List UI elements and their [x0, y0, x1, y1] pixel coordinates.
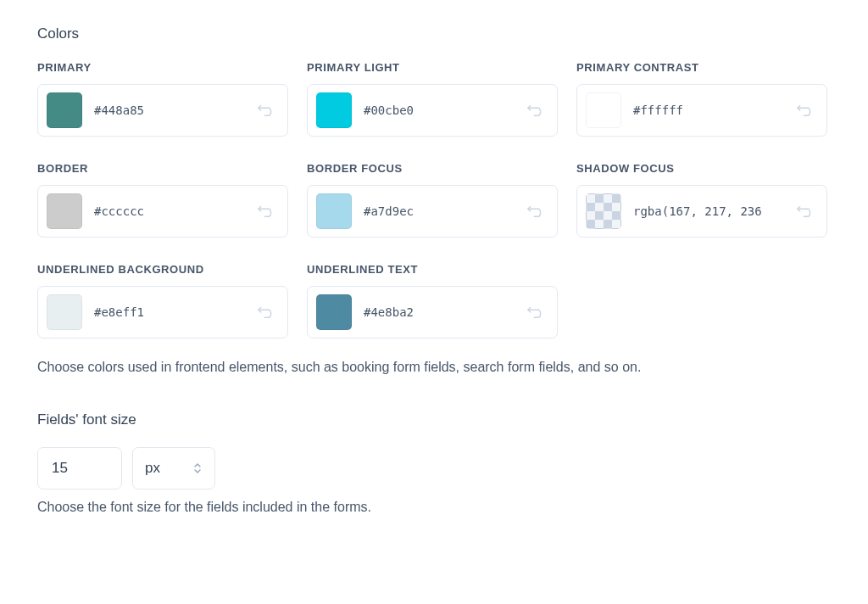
font-size-help-text: Choose the font size for the fields incl… [37, 500, 831, 515]
color-field[interactable]: #00cbe0 [307, 84, 558, 137]
color-value: #ffffff [633, 103, 794, 117]
color-label: PRIMARY LIGHT [307, 61, 558, 74]
reset-button[interactable] [794, 199, 818, 223]
undo-icon [527, 304, 546, 322]
font-size-input[interactable] [37, 447, 122, 489]
color-swatch[interactable] [47, 193, 82, 229]
color-item: PRIMARY#448a85 [37, 61, 288, 137]
color-label: BORDER FOCUS [307, 162, 558, 175]
colors-help-text: Choose colors used in frontend elements,… [37, 357, 831, 378]
color-field[interactable]: #4e8ba2 [307, 286, 558, 338]
color-field[interactable]: #e8eff1 [37, 286, 288, 338]
font-size-title: Fields' font size [37, 411, 831, 428]
color-swatch[interactable] [316, 294, 352, 330]
reset-button[interactable] [255, 98, 279, 122]
color-value: #e8eff1 [94, 305, 255, 319]
reset-button[interactable] [525, 199, 548, 223]
color-swatch[interactable] [586, 193, 621, 229]
font-size-unit-select[interactable]: px [132, 447, 215, 489]
color-label: UNDERLINED BACKGROUND [37, 263, 288, 276]
color-swatch[interactable] [47, 92, 82, 128]
color-swatch[interactable] [316, 193, 352, 229]
undo-icon [797, 203, 815, 221]
font-size-row: px [37, 447, 831, 489]
undo-icon [527, 102, 546, 120]
undo-icon [527, 203, 546, 221]
color-field[interactable]: #ffffff [576, 84, 827, 137]
color-item: PRIMARY CONTRAST#ffffff [576, 61, 827, 137]
reset-button[interactable] [255, 199, 279, 223]
color-field[interactable]: #448a85 [37, 84, 288, 137]
reset-button[interactable] [794, 98, 818, 122]
undo-icon [258, 102, 276, 120]
color-value: #4e8ba2 [364, 305, 525, 319]
color-item: PRIMARY LIGHT#00cbe0 [307, 61, 558, 137]
font-size-section: Fields' font size px Choose the font siz… [37, 411, 831, 515]
color-value: #cccccc [94, 204, 255, 218]
undo-icon [797, 102, 815, 120]
color-label: PRIMARY [37, 61, 288, 74]
undo-icon [258, 304, 276, 322]
color-label: BORDER [37, 162, 288, 175]
reset-button[interactable] [525, 98, 548, 122]
color-field[interactable]: rgba(167, 217, 236 [576, 185, 827, 238]
font-size-unit-label: px [145, 460, 160, 477]
reset-button[interactable] [255, 300, 279, 324]
colors-section: Colors PRIMARY#448a85PRIMARY LIGHT#00cbe… [37, 25, 831, 378]
color-value: #00cbe0 [364, 103, 525, 117]
color-item: SHADOW FOCUSrgba(167, 217, 236 [576, 162, 827, 238]
color-item: BORDER FOCUS#a7d9ec [307, 162, 558, 238]
color-field[interactable]: #a7d9ec [307, 185, 558, 238]
color-item: BORDER#cccccc [37, 162, 288, 238]
undo-icon [258, 203, 276, 221]
color-item: UNDERLINED BACKGROUND#e8eff1 [37, 263, 288, 338]
color-value: #448a85 [94, 103, 255, 117]
reset-button[interactable] [525, 300, 548, 324]
colors-grid: PRIMARY#448a85PRIMARY LIGHT#00cbe0PRIMAR… [37, 61, 831, 338]
color-label: SHADOW FOCUS [576, 162, 827, 175]
color-label: UNDERLINED TEXT [307, 263, 558, 276]
color-field[interactable]: #cccccc [37, 185, 288, 238]
color-swatch[interactable] [47, 294, 82, 330]
chevron-up-down-icon [192, 461, 203, 475]
color-item: UNDERLINED TEXT#4e8ba2 [307, 263, 558, 338]
color-label: PRIMARY CONTRAST [576, 61, 827, 74]
color-value: rgba(167, 217, 236 [633, 204, 794, 218]
color-value: #a7d9ec [364, 204, 525, 218]
color-swatch[interactable] [316, 92, 352, 128]
color-swatch[interactable] [586, 92, 621, 128]
colors-title: Colors [37, 25, 831, 42]
